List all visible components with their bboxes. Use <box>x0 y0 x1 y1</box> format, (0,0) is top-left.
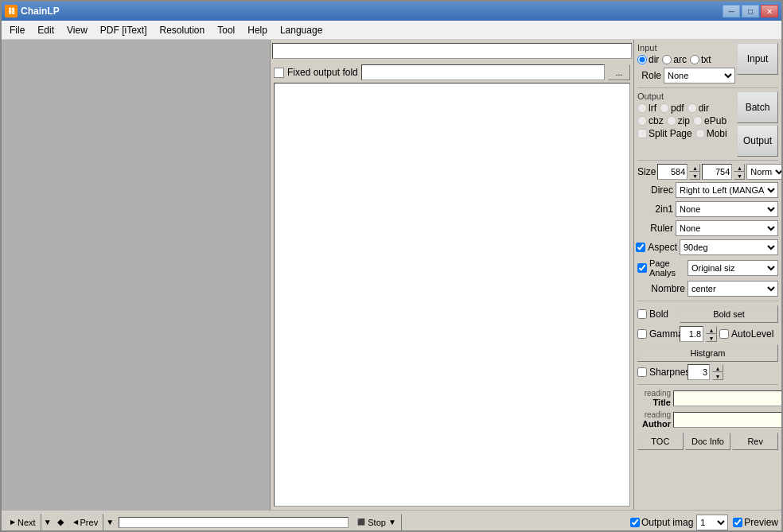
reading-title-input[interactable] <box>673 390 781 406</box>
close-button[interactable]: ✕ <box>761 5 778 17</box>
maximize-button[interactable]: □ <box>742 5 759 17</box>
gamma-up[interactable]: ▲ <box>706 326 717 334</box>
direc-select[interactable]: Right to Left (MANGA) <box>676 182 778 198</box>
bottom-flex: ▶ Next ▼ ◆ ◀ Prev ▼ ⬛ Stop ▼ Output imag <box>5 514 778 531</box>
split-page-check <box>637 129 647 138</box>
aspect-select[interactable]: 90deg <box>680 239 778 255</box>
output-dir-option[interactable]: dir <box>688 103 709 114</box>
menu-tool[interactable]: Tool <box>211 21 241 39</box>
output-image-section: Output imag 1 <box>630 515 728 530</box>
app-icon: ⛓ <box>5 5 18 17</box>
sharpness-up[interactable]: ▲ <box>712 364 723 372</box>
output-epub-radio <box>693 116 703 126</box>
input-txt-option[interactable]: txt <box>690 54 711 65</box>
output-cbz-option[interactable]: cbz <box>637 115 664 126</box>
size-height-spin: ▲ ▼ <box>734 164 745 180</box>
menu-pdf[interactable]: PDF [iText] <box>94 21 154 39</box>
rev-button[interactable]: Rev <box>732 433 778 450</box>
role-select[interactable]: None <box>664 68 735 83</box>
role-row: Role None <box>637 68 735 83</box>
split-page-option[interactable]: Split Page <box>637 128 692 139</box>
nombre-row: Nombre center <box>637 281 778 297</box>
menu-edit[interactable]: Edit <box>31 21 60 39</box>
size-width-up[interactable]: ▲ <box>689 164 700 172</box>
stop-button[interactable]: ⬛ Stop ▼ <box>352 514 402 531</box>
prev-button[interactable]: ◀ Prev <box>68 514 104 531</box>
reading-author-input[interactable] <box>673 412 781 428</box>
next-button[interactable]: ▶ Next <box>5 514 41 531</box>
page-select[interactable]: 1 <box>696 515 728 530</box>
input-txt-radio[interactable] <box>690 55 699 64</box>
mobi-option[interactable]: Mobi <box>695 128 727 139</box>
sharpness-value[interactable] <box>688 364 710 380</box>
ruler-select[interactable]: None <box>676 220 778 236</box>
minimize-button[interactable]: ─ <box>723 5 740 17</box>
two-in-one-label: 2in1 <box>637 204 673 215</box>
menu-help[interactable]: Help <box>241 21 274 39</box>
output-lrf-option[interactable]: lrf <box>637 103 656 114</box>
gamma-down[interactable]: ▼ <box>706 334 717 342</box>
gamma-checkbox[interactable] <box>637 329 647 339</box>
output-epub-option[interactable]: ePub <box>693 115 727 126</box>
output-cbz-radio <box>637 116 647 126</box>
size-width-down[interactable]: ▼ <box>689 172 700 180</box>
role-label: Role <box>637 70 661 81</box>
histgram-button[interactable]: Histgram <box>637 344 778 362</box>
menubar: File Edit View PDF [iText] Resolution To… <box>2 21 781 40</box>
histgram-row: Histgram <box>637 344 778 362</box>
menu-file[interactable]: File <box>3 21 31 39</box>
main-container: Fixed output fold ... Input dir <box>2 40 781 510</box>
sharpness-checkbox[interactable] <box>637 367 647 377</box>
page-analysis-check-label[interactable]: Page Analys <box>637 258 685 278</box>
fixed-output-input[interactable] <box>361 64 605 80</box>
size-height-up[interactable]: ▲ <box>734 164 745 172</box>
titlebar: ⛓ ChainLP ─ □ ✕ <box>2 2 781 21</box>
browse-button[interactable]: ... <box>608 64 630 80</box>
input-arc-radio[interactable] <box>662 55 672 64</box>
aspect-checkbox[interactable] <box>636 243 645 252</box>
batch-button[interactable]: Batch <box>737 91 778 123</box>
menu-view[interactable]: View <box>60 21 94 39</box>
sharpness-check-label[interactable]: Sharpness <box>637 367 685 378</box>
preview-check-label[interactable]: Preview <box>733 517 778 528</box>
menu-resolution[interactable]: Resolution <box>154 21 212 39</box>
output-image-check-label[interactable]: Output imag <box>630 517 693 528</box>
preview-checkbox[interactable] <box>733 518 742 527</box>
output-radio-row1: lrf pdf dir <box>637 103 735 114</box>
path-input[interactable] <box>272 43 632 59</box>
doc-info-button[interactable]: Doc Info <box>685 433 731 450</box>
size-height[interactable] <box>702 164 732 180</box>
right-panel: Input dir arc txt <box>634 40 781 510</box>
input-dir-radio[interactable] <box>637 55 647 64</box>
direc-label: Direc <box>637 184 673 196</box>
sharpness-down[interactable]: ▼ <box>712 372 723 380</box>
gamma-value[interactable] <box>680 326 703 342</box>
output-zip-option[interactable]: zip <box>667 115 690 126</box>
menu-language[interactable]: Language <box>274 21 329 39</box>
divider-3 <box>637 301 778 301</box>
bold-set-button[interactable]: Bold set <box>680 305 778 323</box>
fixed-output-checkbox[interactable] <box>274 68 284 78</box>
input-arc-option[interactable]: arc <box>662 54 687 65</box>
page-analysis-select[interactable]: Original siz <box>688 260 778 276</box>
size-normal-select[interactable]: Normal <box>746 164 781 180</box>
input-dir-option[interactable]: dir <box>637 54 659 65</box>
toc-button[interactable]: TOC <box>637 433 684 450</box>
nombre-select[interactable]: center <box>688 281 778 297</box>
bold-check-label[interactable]: Bold <box>637 309 677 320</box>
aspect-check-label[interactable]: Aspect <box>637 242 677 253</box>
autolevel-check-label[interactable]: AutoLevel <box>719 328 773 340</box>
page-analysis-checkbox[interactable] <box>637 263 647 273</box>
two-in-one-select[interactable]: None <box>676 201 778 217</box>
autolevel-checkbox[interactable] <box>719 329 729 339</box>
output-button[interactable]: Output <box>737 125 778 157</box>
size-label: Size <box>637 166 656 177</box>
input-button[interactable]: Input <box>737 43 778 75</box>
size-height-down[interactable]: ▼ <box>734 172 745 180</box>
size-width[interactable] <box>657 164 688 180</box>
gamma-check-label[interactable]: Gamma <box>637 328 677 340</box>
output-pdf-option[interactable]: pdf <box>660 103 684 114</box>
bold-checkbox[interactable] <box>637 309 647 319</box>
middle-panel: Fixed output fold ... <box>271 40 634 510</box>
output-image-checkbox[interactable] <box>630 518 640 527</box>
